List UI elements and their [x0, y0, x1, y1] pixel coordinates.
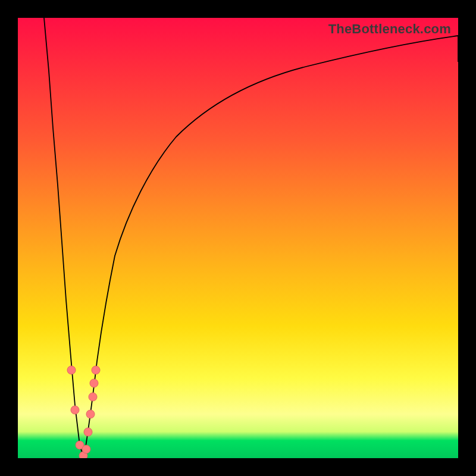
marker-dot	[71, 406, 79, 414]
curve-left-branch	[44, 18, 84, 458]
marker-dot	[82, 445, 90, 453]
marker-dot	[89, 393, 97, 401]
marker-dot	[86, 410, 95, 418]
marker-dot	[90, 379, 98, 387]
marker-dot	[84, 428, 92, 436]
chart-svg	[18, 18, 458, 458]
chart-frame: TheBottleneck.com	[0, 0, 476, 476]
chart-plot-area: TheBottleneck.com	[18, 18, 458, 458]
marker-dot	[67, 366, 76, 374]
curve-right-branch	[84, 36, 458, 458]
marker-dot	[92, 366, 100, 374]
